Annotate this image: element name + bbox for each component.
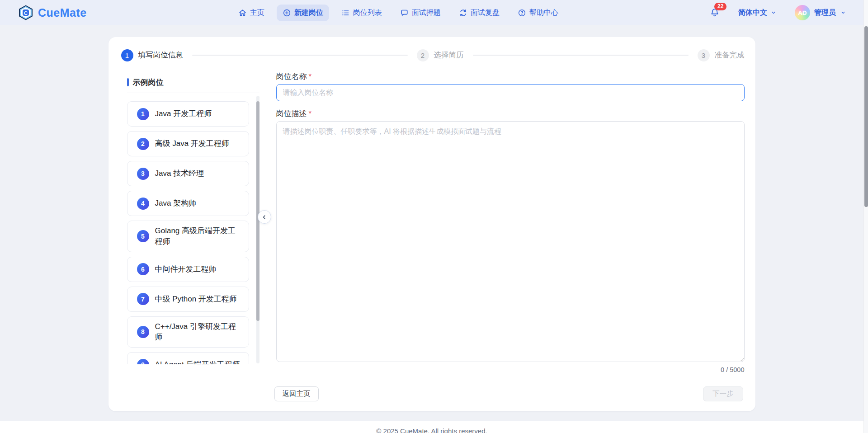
- sample-position-item[interactable]: 3 Java 技术经理: [127, 161, 249, 186]
- chat-icon: [400, 9, 409, 17]
- avatar: AD: [795, 5, 810, 20]
- sample-position-item[interactable]: 8 C++/Java 引擎研发工程师: [127, 316, 249, 348]
- step-label: 选择简历: [434, 50, 464, 60]
- step-label: 准备完成: [715, 50, 745, 60]
- brand-logo[interactable]: C CueMate: [18, 5, 87, 20]
- chevron-down-icon: [770, 9, 777, 16]
- svg-text:C: C: [24, 10, 28, 16]
- char-counter: 0 / 5000: [276, 366, 745, 374]
- nav-item-list[interactable]: 岗位列表: [335, 5, 388, 21]
- position-number-badge: 1: [137, 108, 149, 120]
- position-number-badge: 3: [137, 168, 149, 180]
- required-asterisk: *: [309, 109, 312, 118]
- position-label: Java 架构师: [155, 198, 197, 209]
- sample-position-item[interactable]: 7 中级 Python 开发工程师: [127, 287, 249, 312]
- position-number-badge: 8: [137, 326, 149, 338]
- new-position-card: 1 填写岗位信息 2 选择简历 3 准备完成 示例岗位: [108, 37, 755, 411]
- question-icon: [518, 9, 526, 17]
- position-label: AI Agent 后端开发工程师: [155, 359, 240, 364]
- step-connector: [192, 55, 408, 56]
- step-number: 1: [121, 49, 133, 61]
- position-number-badge: 4: [137, 198, 149, 210]
- position-number-badge: 5: [137, 230, 149, 242]
- panel-title: 示例岗位: [133, 77, 164, 88]
- item-2: 3 准备完成: [698, 49, 745, 61]
- chevron-left-icon: [261, 214, 268, 221]
- collapse-panel-button[interactable]: [258, 210, 271, 224]
- sample-position-item[interactable]: 4 Java 架构师: [127, 191, 249, 216]
- position-description-textarea[interactable]: [276, 121, 745, 362]
- sample-position-item[interactable]: 9 AI Agent 后端开发工程师: [127, 352, 249, 364]
- sample-positions-list: 1 Java 开发工程师 2 高级 Java 开发工程师 3 Java 技术经理: [127, 93, 259, 364]
- position-label: Java 技术经理: [155, 168, 204, 179]
- panel-accent-bar: [127, 78, 129, 86]
- nav-item-home[interactable]: 主页: [232, 5, 270, 21]
- list-scrollbar-thumb[interactable]: [256, 101, 259, 321]
- plus-circle-icon: [283, 9, 291, 17]
- position-number-badge: 9: [137, 359, 149, 364]
- position-label: 中级 Python 开发工程师: [155, 294, 237, 305]
- language-label: 简体中文: [738, 8, 767, 18]
- back-home-button[interactable]: 返回主页: [274, 386, 319, 401]
- user-menu[interactable]: AD 管理员: [795, 5, 846, 20]
- nav-item-question[interactable]: 帮助中心: [512, 5, 564, 21]
- item-1: 2 选择简历: [417, 49, 464, 61]
- position-name-input[interactable]: [276, 84, 745, 101]
- cuemate-logo-icon: C: [18, 5, 33, 20]
- chevron-down-icon: [840, 9, 846, 16]
- nav-item-chat[interactable]: 面试押题: [394, 5, 447, 21]
- position-label: C++/Java 引擎研发工程师: [155, 321, 242, 343]
- position-label: Golang 高级后端开发工程师: [155, 226, 242, 247]
- step-connector: [473, 55, 689, 56]
- form-actions: 返回主页 下一步: [276, 386, 745, 401]
- sample-position-item[interactable]: 1 Java 开发工程师: [127, 101, 249, 127]
- position-number-badge: 2: [137, 138, 149, 150]
- user-name: 管理员: [814, 8, 836, 18]
- required-asterisk: *: [309, 72, 312, 81]
- sample-position-item[interactable]: 6 中间件开发工程师: [127, 257, 249, 282]
- list-scrollbar[interactable]: [256, 96, 259, 363]
- step-number: 3: [698, 49, 710, 61]
- description-field-label: 岗位描述*: [276, 109, 745, 118]
- notification-bell[interactable]: 22: [710, 8, 720, 18]
- name-field-label: 岗位名称*: [276, 72, 745, 81]
- sample-positions-panel: 示例岗位 1 Java 开发工程师 2 高级 Java 开发工程师: [127, 76, 259, 401]
- sample-position-item[interactable]: 2 高级 Java 开发工程师: [127, 131, 249, 156]
- copyright-text: © 2025 CueMate. All rights reserved.: [376, 427, 487, 433]
- item-0: 1 填写岗位信息: [121, 49, 183, 61]
- page-body: 1 填写岗位信息 2 选择简历 3 准备完成 示例岗位: [0, 37, 863, 433]
- page-scrollbar-thumb[interactable]: [864, 26, 868, 207]
- page-scrollbar[interactable]: [863, 0, 868, 433]
- stepper: 1 填写岗位信息 2 选择简历 3 准备完成: [121, 49, 745, 61]
- position-label: 中间件开发工程师: [155, 264, 217, 275]
- home-icon: [238, 9, 247, 17]
- position-label: 高级 Java 开发工程师: [155, 138, 229, 149]
- position-label: Java 开发工程师: [155, 108, 212, 119]
- step-number: 2: [417, 49, 429, 61]
- position-number-badge: 7: [137, 293, 149, 305]
- refresh-icon: [459, 9, 467, 17]
- sample-position-item[interactable]: 5 Golang 高级后端开发工程师: [127, 221, 249, 252]
- notification-badge: 22: [714, 3, 726, 10]
- step-label: 填写岗位信息: [138, 50, 183, 60]
- nav-item-refresh[interactable]: 面试复盘: [453, 5, 505, 21]
- panel-header: 示例岗位: [127, 76, 259, 89]
- language-selector[interactable]: 简体中文: [735, 8, 777, 18]
- position-form: 岗位名称* 岗位描述* 0 / 5000 返回主页 下一步: [276, 72, 745, 401]
- nav-item-plus-circle[interactable]: 新建岗位: [277, 5, 329, 21]
- position-number-badge: 6: [137, 263, 149, 275]
- next-step-button[interactable]: 下一步: [703, 386, 743, 401]
- list-icon: [341, 9, 350, 17]
- content-row: 示例岗位 1 Java 开发工程师 2 高级 Java 开发工程师: [121, 72, 745, 401]
- brand-name: CueMate: [38, 6, 87, 19]
- top-navbar: C CueMate 主页 新建岗位 岗位列表 面试押题: [0, 0, 863, 25]
- site-footer: © 2025 CueMate. All rights reserved.: [0, 421, 863, 433]
- main-nav: 主页 新建岗位 岗位列表 面试押题 面试复盘: [87, 5, 710, 21]
- navbar-right: 22 简体中文 AD 管理员: [710, 5, 846, 20]
